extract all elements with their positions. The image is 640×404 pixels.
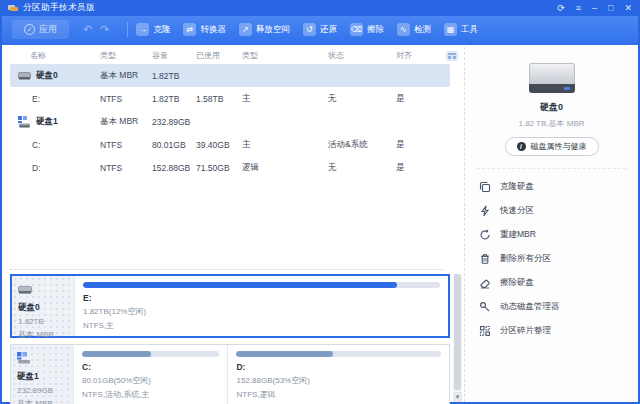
- converter-button[interactable]: ⇄ 转换器: [183, 23, 226, 36]
- clone-button[interactable]: → 克隆: [136, 23, 170, 36]
- column-settings-icon[interactable]: [446, 51, 458, 61]
- partition-block-d[interactable]: D: 152.88GB(53%空闲) NTFS,逻辑: [227, 345, 449, 404]
- dynamic-disk-icon: [17, 352, 31, 364]
- trash-icon: [479, 253, 491, 265]
- action-clone-disk[interactable]: 克隆硬盘: [465, 175, 638, 199]
- col-ptype: 类型: [242, 50, 328, 61]
- wrench-icon: [479, 301, 491, 313]
- converter-icon: ⇄: [183, 23, 196, 36]
- disk0-panel-info: 硬盘0 1.82TB 基本 MBR: [12, 276, 74, 336]
- panels-divider: [10, 269, 444, 270]
- free-space-icon: ↗: [239, 23, 252, 36]
- toolbar-divider: [127, 22, 128, 37]
- redo-icon[interactable]: ↷: [100, 23, 109, 36]
- col-status: 状态: [328, 50, 396, 61]
- disk1-panel[interactable]: 硬盘1 232.89GB 基本 MBR C: 80.01GB(50%空闲) NT…: [10, 344, 450, 404]
- check-icon: ✓: [24, 24, 35, 35]
- app-window: 分区助手技术员版 ⟳ ≡ – □ ✕ ✓ 应用 ↶ ↷ → 克隆 ⇄ 转换器: [0, 0, 640, 404]
- maximize-button[interactable]: □: [608, 0, 613, 16]
- tools-button[interactable]: ▦ 工具: [444, 23, 478, 36]
- detect-button[interactable]: ∿ 检测: [397, 23, 431, 36]
- toolbar: ✓ 应用 ↶ ↷ → 克隆 ⇄ 转换器 ↗ 释放空间 ↺ 还原: [2, 16, 638, 45]
- titlebar: 分区助手技术员版 ⟳ ≡ – □ ✕: [2, 0, 638, 16]
- dynamic-disk-icon: [18, 116, 31, 128]
- action-quick-partition[interactable]: 快速分区: [465, 199, 638, 223]
- restore-icon: ↺: [303, 23, 316, 36]
- wipe-button[interactable]: ⌫ 擦除: [350, 23, 384, 36]
- table-row-partition-d[interactable]: D: NTFS 152.88GB 71.50GB 逻辑 无 是: [10, 156, 450, 179]
- table-row-partition-e[interactable]: E: NTFS 1.82TB 1.58TB 主 无 是: [10, 87, 450, 110]
- partition-block-c[interactable]: C: 80.01GB(50%空闲) NTFS,活动,系统,主: [73, 345, 227, 404]
- disk-image: [529, 63, 575, 93]
- disk0-panel[interactable]: 硬盘0 1.82TB 基本 MBR E: 1.82TB(12%空闲) NTFS,…: [10, 274, 450, 338]
- col-type: 类型: [100, 50, 152, 61]
- usage-bar: [82, 351, 219, 357]
- usage-bar: [83, 282, 440, 288]
- wipe-icon: ⌫: [350, 23, 363, 36]
- close-button[interactable]: ✕: [624, 0, 632, 16]
- app-logo-icon: [8, 4, 18, 12]
- rebuild-mbr-icon: [479, 229, 491, 241]
- disk-icon: [18, 70, 31, 81]
- sync-icon[interactable]: ⟳: [557, 0, 565, 16]
- scroll-down-arrow-icon[interactable]: ▼: [453, 392, 462, 402]
- sidebar: 硬盘0 1.82 TB,基本 MBR i 磁盘属性与健康 克隆硬盘: [464, 47, 638, 402]
- col-aligned: 对齐: [396, 50, 446, 61]
- free-space-button[interactable]: ↗ 释放空间: [239, 23, 290, 36]
- menu-icon[interactable]: ≡: [576, 0, 581, 16]
- col-used: 已使用: [196, 50, 242, 61]
- table-header: 名称 类型 容量 已使用 类型 状态 对齐: [10, 47, 450, 64]
- lightning-icon: [479, 205, 491, 217]
- window-title: 分区助手技术员版: [23, 2, 95, 14]
- undo-icon[interactable]: ↶: [83, 23, 92, 36]
- action-partition-defrag[interactable]: 分区碎片整理: [465, 319, 638, 343]
- info-icon: i: [517, 142, 526, 151]
- col-name: 名称: [10, 50, 100, 61]
- selected-disk-name: 硬盘0: [465, 101, 638, 114]
- sidebar-divider: [477, 168, 626, 169]
- clone-icon: →: [136, 23, 149, 36]
- col-capacity: 容量: [152, 50, 196, 61]
- disk-icon: [18, 285, 32, 295]
- scrollbar-thumb[interactable]: [454, 274, 461, 390]
- defrag-icon: [479, 325, 491, 337]
- minimize-button[interactable]: –: [592, 0, 597, 16]
- selected-disk-info: 1.82 TB,基本 MBR: [465, 118, 638, 129]
- vertical-scrollbar[interactable]: ▼: [453, 274, 462, 402]
- action-wipe-disk[interactable]: 擦除硬盘: [465, 271, 638, 295]
- clone-disk-icon: [479, 181, 491, 193]
- apply-button[interactable]: ✓ 应用: [12, 20, 69, 39]
- action-dynamic-disk-manager[interactable]: 动态磁盘管理器: [465, 295, 638, 319]
- table-row-disk0[interactable]: 硬盘0 基本 MBR 1.82TB: [10, 64, 450, 87]
- disk1-panel-info: 硬盘1 232.89GB 基本 MBR: [11, 345, 73, 404]
- tools-icon: ▦: [444, 23, 457, 36]
- partition-block-e[interactable]: E: 1.82TB(12%空闲) NTFS,主: [74, 276, 448, 336]
- detect-icon: ∿: [397, 23, 410, 36]
- action-rebuild-mbr[interactable]: 重建MBR: [465, 223, 638, 247]
- action-delete-all-partitions[interactable]: 删除所有分区: [465, 247, 638, 271]
- restore-button[interactable]: ↺ 还原: [303, 23, 337, 36]
- main-area: 名称 类型 容量 已使用 类型 状态 对齐 硬盘0 基本 MBR: [2, 47, 464, 402]
- eraser-icon: [479, 277, 491, 289]
- disk-properties-button[interactable]: i 磁盘属性与健康: [505, 137, 599, 156]
- table-row-disk1[interactable]: 硬盘1 基本 MBR 232.89GB: [10, 110, 450, 133]
- table-row-partition-c[interactable]: C: NTFS 80.01GB 39.40GB 主 活动&系统 是: [10, 133, 450, 156]
- usage-bar: [236, 351, 441, 357]
